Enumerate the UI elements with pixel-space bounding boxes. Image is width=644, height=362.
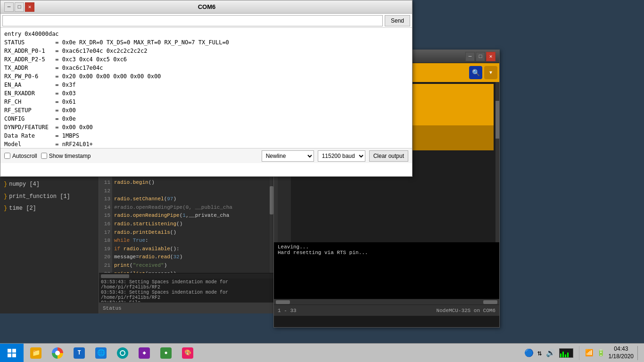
console-line-reset: Hard resetting via RTS pin... xyxy=(278,250,495,255)
file-tree-item-numpy[interactable]: } numpy [4] xyxy=(0,179,99,191)
network-arrows-icon[interactable]: ⇅ xyxy=(537,348,542,358)
performance-monitor-icon[interactable] xyxy=(559,348,573,358)
file-tree-fold-icon: } xyxy=(4,180,7,190)
serial-maximize-button[interactable]: □ xyxy=(15,2,24,12)
arduino-minimize-button[interactable]: ─ xyxy=(465,52,475,61)
serial-monitor-window: ─ □ ✕ COM6 Send entry 0x40000dac STATUS … xyxy=(0,0,413,177)
svg-rect-2 xyxy=(8,354,11,357)
taskbar-date-display: 1/18/2020 xyxy=(609,353,634,361)
py-line-14: #radio.openReadingPipe(0, __public_cha xyxy=(114,204,268,212)
status-line-1: 03:53:43: Setting Spaces indentation mod… xyxy=(101,280,272,290)
py-line-13: radio.setChannel(97) xyxy=(114,195,268,204)
py-line-21: print("received") xyxy=(114,262,268,270)
status-line-2: 03:53:43: Setting Spaces indentation mod… xyxy=(101,290,272,300)
battery-icon[interactable]: 🔋 xyxy=(597,349,605,357)
serial-monitor-icon: 🔍 xyxy=(472,69,480,77)
python-status-label: Status xyxy=(103,305,122,311)
file-tree-fold-icon-2: } xyxy=(4,192,7,202)
arduino-horizontal-scrollbar[interactable] xyxy=(274,299,499,304)
taskbar-app7[interactable]: ● xyxy=(156,345,176,362)
py-line-11: radio.begin() xyxy=(114,179,268,187)
arduino-taskbar-icon xyxy=(117,347,128,359)
python-scrollbar[interactable] xyxy=(270,177,273,273)
app8-icon: 🎨 xyxy=(182,347,193,359)
py-line-18: while True: xyxy=(114,237,268,245)
taskbar-app8[interactable]: 🎨 xyxy=(177,345,198,362)
arduino-right-scrollbar[interactable] xyxy=(495,82,499,242)
taskbar: 📁 T 🌐 ◆ xyxy=(0,343,644,362)
taskbar-divider xyxy=(579,346,579,360)
autoscroll-label: Autoscroll xyxy=(12,153,37,159)
serial-output-area[interactable]: entry 0x40000dac STATUS = 0x0e RX_DR=0 T… xyxy=(0,28,412,148)
file-tree-item-time[interactable]: } time [2] xyxy=(0,203,99,215)
py-line-17: radio.printDetails() xyxy=(114,229,268,237)
taskbar-time-display: 04:43 xyxy=(609,346,634,353)
thonny-icon: T xyxy=(74,347,85,359)
chrome-icon xyxy=(52,347,63,359)
show-desktop-button[interactable] xyxy=(637,346,640,360)
python-status-bar: Status xyxy=(99,302,273,313)
windows-logo-icon xyxy=(7,348,17,358)
wifi-signal-icon[interactable]: 📶 xyxy=(585,349,593,357)
desktop: ─ □ ✕ COM6 Send entry 0x40000dac STATUS … xyxy=(0,0,644,362)
serial-input-row: Send xyxy=(0,14,412,28)
start-button[interactable] xyxy=(0,344,24,362)
file-tree-sidebar: } numpy [4] } print_function [1] } time … xyxy=(0,177,99,313)
python-line-numbers: 11121314151617181920212223 xyxy=(99,177,112,273)
svg-rect-3 xyxy=(12,354,16,357)
arduino-win-controls: ─ □ ✕ xyxy=(465,52,495,61)
autoscroll-checkbox[interactable] xyxy=(4,153,10,159)
taskbar-app6[interactable]: ◆ xyxy=(134,345,155,362)
baud-select[interactable]: 300 baud1200 baud2400 baud4800 baud9600 … xyxy=(318,150,365,162)
volume-icon[interactable]: 🔊 xyxy=(546,348,555,358)
file-explorer-icon: 📁 xyxy=(30,347,41,359)
arduino-dropdown-button[interactable]: ▼ xyxy=(484,66,497,79)
taskbar-clock[interactable]: 04:43 1/18/2020 xyxy=(609,346,634,360)
serial-output-text: entry 0x40000dac STATUS = 0x0e RX_DR=0 T… xyxy=(4,30,408,148)
arduino-line-count: 1 - 33 xyxy=(278,308,297,313)
python-status-area: 03:53:43: Setting Spaces indentation mod… xyxy=(99,279,273,302)
file-tree-label-print: print_function [1] xyxy=(9,192,70,202)
autoscroll-check[interactable]: Autoscroll xyxy=(4,153,37,159)
arduino-close-button[interactable]: ✕ xyxy=(486,52,495,61)
serial-monitor-title: COM6 xyxy=(34,3,379,10)
taskbar-file-explorer[interactable]: 📁 xyxy=(25,345,46,362)
python-h-scrollbar[interactable] xyxy=(99,273,273,279)
python-code-area: 11121314151617181920212223 radio.begin()… xyxy=(99,177,273,273)
serial-input-field[interactable] xyxy=(2,15,383,26)
arduino-board-info: NodeMCU-32S on COM6 xyxy=(437,308,495,313)
newline-select[interactable]: No line endingNewlineCarriage returnBoth… xyxy=(262,150,314,162)
svg-rect-0 xyxy=(8,349,11,353)
app7-icon: ● xyxy=(160,347,172,359)
file-tree-label-numpy: numpy [4] xyxy=(9,180,40,190)
taskbar-network[interactable]: 🌐 xyxy=(91,345,111,362)
serial-send-button[interactable]: Send xyxy=(385,15,410,26)
py-line-15: radio.openReadingPipe(1,__private_cha xyxy=(114,212,268,220)
taskbar-items: 📁 T 🌐 ◆ xyxy=(24,345,520,362)
system-tray: 🔵 ⇅ 🔊 📶 🔋 04:43 1/18/202 xyxy=(520,346,644,360)
python-editor-window: } numpy [4] } print_function [1] } time … xyxy=(0,177,273,313)
timestamp-label: Show timestamp xyxy=(49,153,91,159)
bluetooth-icon[interactable]: 🔵 xyxy=(524,348,534,358)
serial-window-controls: ─ □ ✕ xyxy=(4,2,34,12)
file-tree-item-print[interactable]: } print_function [1] xyxy=(0,191,99,203)
arduino-serial-monitor-button[interactable]: 🔍 xyxy=(469,66,482,79)
serial-footer: Autoscroll Show timestamp No line ending… xyxy=(0,148,412,163)
py-line-16: radio.startListening() xyxy=(114,220,268,229)
py-line-20: message=radio.read(32) xyxy=(114,253,268,262)
arduino-maximize-button[interactable]: □ xyxy=(476,52,485,61)
taskbar-arduino[interactable] xyxy=(112,345,133,362)
timestamp-check[interactable]: Show timestamp xyxy=(41,153,91,159)
clear-output-button[interactable]: Clear output xyxy=(369,150,408,162)
arduino-status-bar: 1 - 33 NodeMCU-32S on COM6 xyxy=(274,304,499,316)
serial-titlebar: ─ □ ✕ COM6 xyxy=(0,0,412,14)
timestamp-checkbox[interactable] xyxy=(41,153,47,159)
serial-close-button[interactable]: ✕ xyxy=(25,2,34,12)
console-line-leaving: Leaving... xyxy=(278,244,495,250)
taskbar-chrome[interactable] xyxy=(47,345,68,362)
network-icon: 🌐 xyxy=(95,347,107,359)
dropdown-icon: ▼ xyxy=(489,70,492,75)
python-code-content: radio.begin() radio.setChannel(97) #radi… xyxy=(112,177,270,273)
taskbar-thonny[interactable]: T xyxy=(69,345,90,362)
serial-minimize-button[interactable]: ─ xyxy=(4,2,14,12)
